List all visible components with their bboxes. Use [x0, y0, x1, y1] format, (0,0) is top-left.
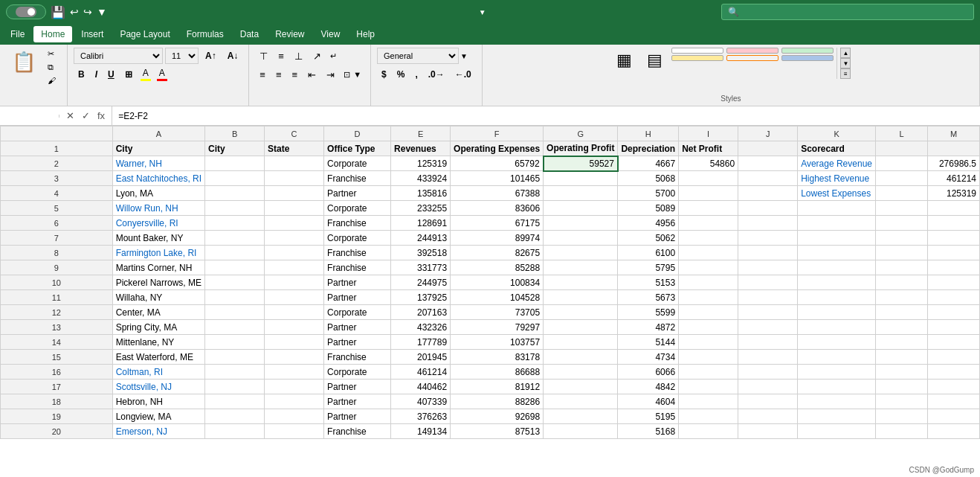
cell-M5[interactable]: [928, 201, 980, 216]
row-header-17[interactable]: 17: [1, 380, 113, 394]
styles-scroll-down[interactable]: ▼: [840, 58, 851, 68]
header-cell-M[interactable]: [928, 141, 980, 156]
cell-M10[interactable]: [928, 275, 980, 290]
cell-C13[interactable]: [265, 320, 324, 335]
cell-A11[interactable]: Willaha, NY: [112, 290, 204, 305]
autosave-badge[interactable]: [6, 4, 46, 19]
check-cell-style-button[interactable]: [781, 55, 834, 61]
cell-K11[interactable]: [798, 290, 876, 305]
cell-D10[interactable]: Partner: [324, 275, 391, 290]
cell-B12[interactable]: [205, 305, 265, 320]
cell-F13[interactable]: 79297: [451, 320, 544, 335]
cell-K20[interactable]: [798, 424, 876, 439]
cell-J15[interactable]: [738, 350, 798, 365]
cell-L13[interactable]: [876, 320, 928, 335]
cell-L20[interactable]: [876, 424, 928, 439]
cell-D20[interactable]: Franchise: [324, 424, 391, 439]
cell-J12[interactable]: [738, 305, 798, 320]
col-header-c[interactable]: C: [265, 127, 324, 141]
cell-G18[interactable]: [544, 394, 618, 409]
cell-D16[interactable]: Corporate: [324, 365, 391, 380]
cell-C2[interactable]: [265, 156, 324, 171]
cell-M6[interactable]: [928, 216, 980, 231]
cell-D18[interactable]: Partner: [324, 394, 391, 409]
cell-G20[interactable]: [544, 424, 618, 439]
cell-K4[interactable]: Lowest Expenses: [798, 186, 876, 201]
align-middle-button[interactable]: ≡: [274, 48, 288, 64]
cell-G4[interactable]: [544, 186, 618, 201]
customize-icon[interactable]: ▼: [97, 6, 107, 18]
cell-C11[interactable]: [265, 290, 324, 305]
cell-K18[interactable]: [798, 394, 876, 409]
cell-C7[interactable]: [265, 231, 324, 246]
cell-D15[interactable]: Franchise: [324, 350, 391, 365]
cell-M14[interactable]: [928, 335, 980, 350]
cell-C8[interactable]: [265, 246, 324, 260]
cell-E6[interactable]: 128691: [391, 216, 451, 231]
menu-review[interactable]: Review: [268, 26, 312, 42]
align-bottom-button[interactable]: ⊥: [290, 48, 307, 64]
row-header-19[interactable]: 19: [1, 409, 113, 424]
header-cell-A[interactable]: City: [112, 141, 204, 156]
menu-page-layout[interactable]: Page Layout: [112, 26, 177, 42]
cell-K9[interactable]: [798, 260, 876, 275]
header-cell-I[interactable]: Net Profit: [679, 141, 738, 156]
cell-reference[interactable]: [0, 115, 59, 118]
cell-H2[interactable]: 4667: [618, 156, 679, 171]
normal-style-button[interactable]: [671, 48, 723, 54]
currency-button[interactable]: $: [377, 66, 391, 83]
col-header-e[interactable]: E: [391, 127, 451, 141]
cell-L6[interactable]: [876, 216, 928, 231]
cell-C17[interactable]: [265, 380, 324, 394]
cell-L7[interactable]: [876, 231, 928, 246]
styles-scroll-more[interactable]: ≡: [840, 68, 851, 79]
cell-L8[interactable]: [876, 246, 928, 260]
cell-A3[interactable]: East Natchitoches, RI: [112, 171, 204, 186]
cell-D14[interactable]: Partner: [324, 335, 391, 350]
col-header-a[interactable]: A: [112, 127, 204, 141]
autosave-toggle[interactable]: [16, 7, 36, 17]
percent-button[interactable]: %: [393, 66, 410, 83]
cell-M3[interactable]: 461214: [928, 171, 980, 186]
row-header-16[interactable]: 16: [1, 365, 113, 380]
cell-J13[interactable]: [738, 320, 798, 335]
row-header-2[interactable]: 2: [1, 156, 113, 171]
cell-J16[interactable]: [738, 365, 798, 380]
cell-F7[interactable]: 89974: [451, 231, 544, 246]
cell-E2[interactable]: 125319: [391, 156, 451, 171]
cell-B7[interactable]: [205, 231, 265, 246]
calculation-style-button[interactable]: [726, 55, 778, 61]
cell-C6[interactable]: [265, 216, 324, 231]
cell-I14[interactable]: [679, 335, 738, 350]
underline-button[interactable]: U: [103, 66, 119, 83]
col-header-j[interactable]: J: [738, 127, 798, 141]
number-dropdown-icon[interactable]: ▼: [460, 52, 468, 60]
cell-M19[interactable]: [928, 409, 980, 424]
cell-H11[interactable]: 5673: [618, 290, 679, 305]
menu-home[interactable]: Home: [33, 26, 72, 42]
cell-I2[interactable]: 54860: [679, 156, 738, 171]
header-cell-J[interactable]: [738, 141, 798, 156]
cell-A17[interactable]: Scottsville, NJ: [112, 380, 204, 394]
cell-D17[interactable]: Partner: [324, 380, 391, 394]
cell-E11[interactable]: 137925: [391, 290, 451, 305]
font-size-select[interactable]: 11: [165, 48, 199, 64]
neutral-style-button[interactable]: [671, 55, 723, 61]
comma-button[interactable]: ,: [410, 66, 422, 83]
cell-A7[interactable]: Mount Baker, NY: [112, 231, 204, 246]
cell-F3[interactable]: 101465: [451, 171, 544, 186]
header-cell-C[interactable]: State: [265, 141, 324, 156]
indent-decrease-button[interactable]: ⇤: [303, 66, 320, 83]
cell-B18[interactable]: [205, 394, 265, 409]
conditional-formatting-button[interactable]: ▦: [610, 48, 638, 73]
insert-function-button[interactable]: fx: [95, 109, 107, 123]
cell-D5[interactable]: Corporate: [324, 201, 391, 216]
search-box[interactable]: 🔍: [721, 4, 974, 20]
cell-K5[interactable]: [798, 201, 876, 216]
cell-M2[interactable]: 276986.5: [928, 156, 980, 171]
cell-C12[interactable]: [265, 305, 324, 320]
font-size-increase[interactable]: A↑: [201, 48, 221, 64]
header-cell-L[interactable]: [876, 141, 928, 156]
cell-K6[interactable]: [798, 216, 876, 231]
cell-L11[interactable]: [876, 290, 928, 305]
